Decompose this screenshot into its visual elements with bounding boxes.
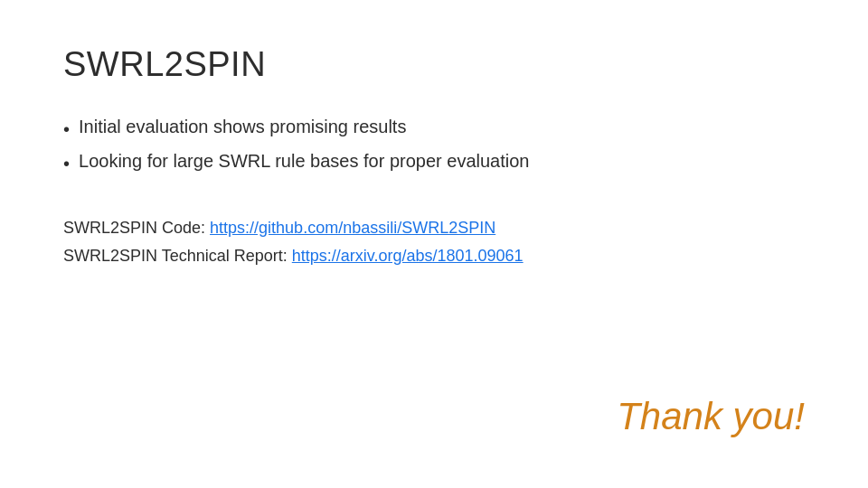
slide-title: SWRL2SPIN — [63, 45, 805, 84]
code-link[interactable]: https://github.com/nbassili/SWRL2SPIN — [210, 219, 495, 237]
code-link-prefix: SWRL2SPIN Code: — [63, 219, 210, 237]
report-link[interactable]: https://arxiv.org/abs/1801.09061 — [292, 247, 524, 265]
list-item-text: Initial evaluation shows promising resul… — [79, 117, 406, 137]
list-item: Initial evaluation shows promising resul… — [63, 117, 805, 142]
code-link-line: SWRL2SPIN Code: https://github.com/nbass… — [63, 214, 805, 242]
list-item: Looking for large SWRL rule bases for pr… — [63, 151, 805, 176]
links-section: SWRL2SPIN Code: https://github.com/nbass… — [63, 214, 805, 269]
bullet-list: Initial evaluation shows promising resul… — [63, 117, 805, 185]
slide: SWRL2SPIN Initial evaluation shows promi… — [0, 0, 868, 488]
report-link-prefix: SWRL2SPIN Technical Report: — [63, 247, 292, 265]
thank-you-text: Thank you! — [617, 395, 805, 438]
list-item-text: Looking for large SWRL rule bases for pr… — [79, 151, 529, 172]
report-link-line: SWRL2SPIN Technical Report: https://arxi… — [63, 242, 805, 270]
